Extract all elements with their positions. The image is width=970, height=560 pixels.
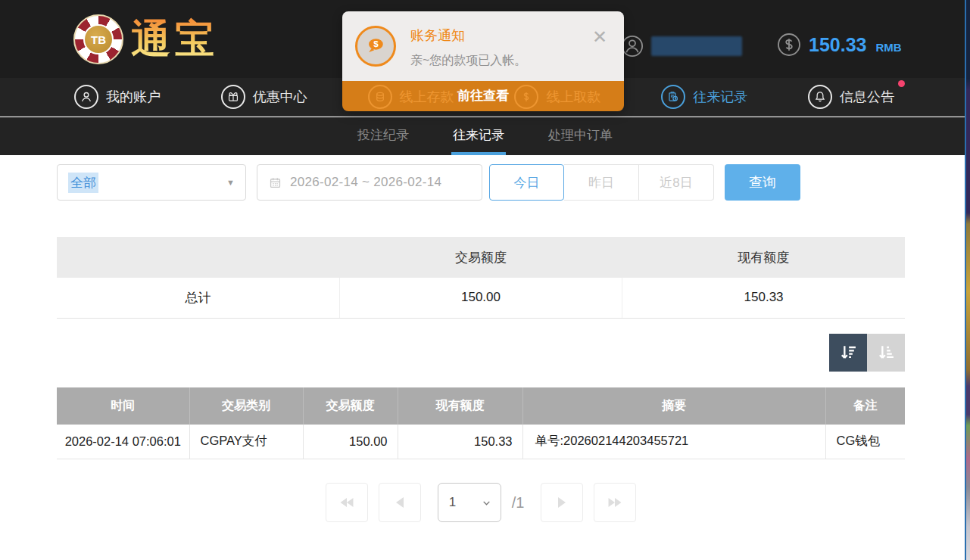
col-header-amount: 交易额度	[303, 387, 398, 425]
sort-ascending-icon[interactable]	[867, 334, 905, 372]
type-select-value: 全部	[68, 173, 98, 193]
next-page-icon[interactable]	[541, 483, 583, 522]
search-button[interactable]: 查询	[725, 164, 800, 201]
col-header-time: 时间	[57, 387, 189, 425]
filter-bar: 全部 ▼ 2026-02-14 ~ 2026-02-14 今日 昨日 近8日 查…	[57, 164, 905, 201]
summary-header-amount: 交易额度	[339, 237, 622, 278]
last-8-days-button[interactable]: 近8日	[639, 164, 714, 201]
toast-body: $ 账务通知 亲~您的款项已入帐。 ✕	[342, 11, 624, 81]
brand-name: 通宝	[131, 13, 219, 66]
last-page-icon[interactable]	[594, 483, 636, 522]
col-header-type: 交易类别	[189, 387, 303, 425]
summary-header-row: 交易额度 现有额度	[57, 237, 905, 278]
tab-pending-orders[interactable]: 处理中订单	[547, 117, 614, 155]
balance-currency: RMB	[875, 36, 901, 54]
pagination: 1 /1	[57, 483, 905, 522]
page-total-label: /1	[512, 494, 525, 512]
nav-item-announcements[interactable]: 信息公告	[808, 85, 894, 109]
notification-dot	[898, 80, 905, 87]
summary-header-empty	[57, 237, 339, 278]
user-icon	[74, 85, 98, 109]
balance-area[interactable]: 150.33 RMB	[777, 33, 902, 57]
nav-item-transactions[interactable]: 往来记录	[661, 85, 747, 109]
nav-label: 往来记录	[693, 88, 747, 106]
page-select-value: 1	[449, 495, 456, 510]
wallet-dollar-icon	[777, 33, 801, 57]
first-page-icon[interactable]	[326, 483, 368, 522]
records-clipboard-icon	[661, 85, 685, 109]
tab-transaction-records[interactable]: 往来记录	[451, 117, 506, 155]
summary-table: 交易额度 现有额度 总计 150.00 150.33	[57, 237, 905, 319]
quick-date-group: 今日 昨日 近8日	[489, 164, 714, 201]
prev-page-icon[interactable]	[379, 483, 421, 522]
cell-balance: 150.33	[398, 425, 522, 459]
summary-header-balance: 现有额度	[622, 237, 905, 278]
page-select[interactable]: 1	[438, 483, 501, 522]
toast-action-button[interactable]: 前往查看	[342, 81, 624, 111]
chevron-down-icon: ▼	[226, 178, 235, 187]
cell-type: CGPAY支付	[189, 425, 303, 459]
nav-label: 信息公告	[840, 88, 894, 106]
nav-item-my-account[interactable]: 我的账户	[74, 85, 161, 109]
col-header-balance: 现有额度	[398, 387, 522, 425]
page-scrollbar[interactable]	[965, 0, 970, 560]
username-blurred	[651, 36, 742, 56]
toast-message: 亲~您的款项已入帐。	[410, 53, 526, 69]
brand-logo[interactable]: TB 通宝	[73, 13, 219, 66]
nav-label: 优惠中心	[253, 88, 307, 106]
cell-memo: 单号:202602144203455721	[522, 425, 825, 459]
gift-icon	[221, 85, 245, 109]
cell-note: CG钱包	[825, 425, 905, 459]
money-chat-bubble-icon: $	[355, 26, 396, 67]
svg-text:$: $	[373, 39, 379, 48]
sort-controls	[57, 334, 905, 372]
cell-time: 2026-02-14 07:06:01	[57, 425, 189, 459]
toast-texts: 账务通知 亲~您的款项已入帐。	[410, 26, 526, 69]
nav-item-promotions[interactable]: 优惠中心	[221, 85, 307, 109]
date-range-value: 2026-02-14 ~ 2026-02-14	[290, 175, 441, 190]
summary-total-amount: 150.00	[339, 278, 622, 318]
summary-total-balance: 150.33	[622, 278, 905, 318]
records-header-row: 时间 交易类别 交易额度 现有额度 摘要 备注	[57, 387, 905, 425]
table-row: 2026-02-14 07:06:01 CGPAY支付 150.00 150.3…	[57, 425, 905, 459]
calendar-icon	[268, 176, 282, 190]
tab-betting-records[interactable]: 投注纪录	[356, 117, 410, 155]
summary-total-row: 总计 150.00 150.33	[57, 278, 905, 318]
user-icon	[621, 35, 644, 58]
page-select-chevron-icon	[482, 498, 491, 508]
today-button[interactable]: 今日	[489, 164, 564, 201]
main-content: 全部 ▼ 2026-02-14 ~ 2026-02-14 今日 昨日 近8日 查…	[57, 155, 905, 522]
cell-amount: 150.00	[303, 425, 398, 459]
toast-title: 账务通知	[410, 26, 526, 45]
close-icon[interactable]: ✕	[592, 28, 607, 46]
date-range-input[interactable]: 2026-02-14 ~ 2026-02-14	[257, 164, 482, 201]
balance-amount: 150.33	[809, 34, 866, 56]
yesterday-button[interactable]: 昨日	[564, 164, 639, 201]
bell-icon	[808, 85, 832, 109]
type-select[interactable]: 全部 ▼	[57, 164, 246, 201]
chip-label: TB	[83, 24, 114, 54]
sub-nav: 投注纪录 往来记录 处理中订单	[0, 117, 970, 155]
casino-chip-icon: TB	[73, 14, 123, 64]
col-header-memo: 摘要	[522, 387, 825, 425]
col-header-note: 备注	[825, 387, 905, 425]
records-table: 时间 交易类别 交易额度 现有额度 摘要 备注 2026-02-14 07:06…	[57, 387, 905, 460]
summary-total-label: 总计	[57, 278, 339, 318]
account-area[interactable]	[621, 35, 742, 58]
sort-descending-icon[interactable]	[829, 334, 867, 372]
nav-label: 我的账户	[106, 88, 161, 106]
account-notification-toast: $ 账务通知 亲~您的款项已入帐。 ✕ 前往查看	[342, 11, 624, 111]
